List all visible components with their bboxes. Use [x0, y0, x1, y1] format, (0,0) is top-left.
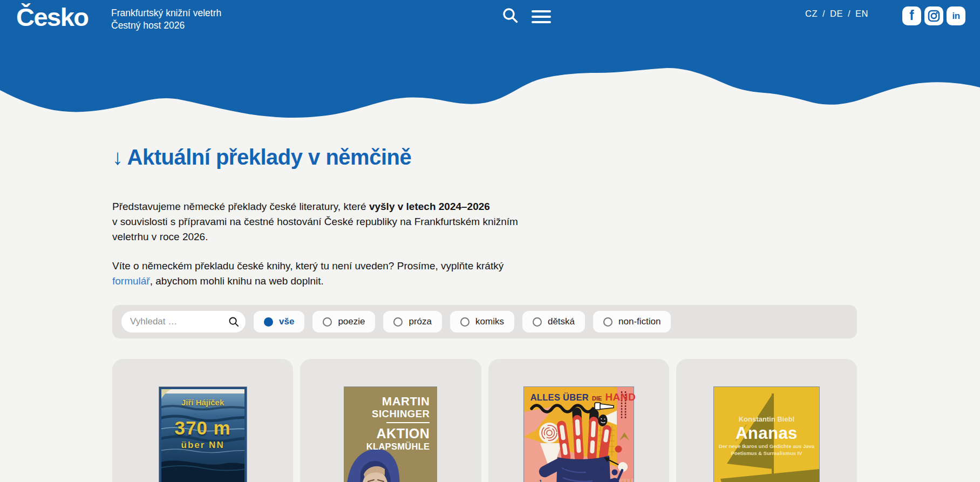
form-link[interactable]: formulář — [112, 275, 150, 287]
filter-option-komiks[interactable]: komiks — [450, 311, 514, 332]
book-cover: 1. 2. 3. 4. 5. ALLES ÜBER DIE HAND — [524, 387, 634, 482]
language-switcher: CZ / DE / EN — [805, 9, 868, 19]
search-input[interactable] — [130, 316, 228, 327]
down-arrow-icon: ↓ — [112, 145, 123, 169]
svg-text:1.: 1. — [539, 478, 543, 482]
page-title: ↓Aktuální překlady v němčině — [112, 143, 857, 171]
hand-illustration: 1. 2. 3. 4. 5. — [524, 387, 634, 482]
header: Česko Frankfurtský knižní veletrh Čestný… — [0, 0, 980, 64]
tagline: Frankfurtský knižní veletrh Čestný host … — [111, 7, 221, 32]
svg-text:3.: 3. — [576, 463, 581, 469]
book-cover: MARTIN SICHINGER AKTION KLAPSMÜHLE — [344, 387, 437, 482]
book-card-370m[interactable]: Jiří Hájíček 370 m über NN — [112, 359, 293, 482]
filter-option-nonfiction[interactable]: non-fiction — [593, 311, 671, 332]
intro-paragraph: Představujeme německé překlady české lit… — [112, 199, 539, 245]
book-cover: Jiří Hájíček 370 m über NN — [159, 387, 247, 482]
page-title-text: Aktuální překlady v němčině — [127, 145, 412, 169]
filter-option-poezie[interactable]: poezie — [312, 311, 375, 332]
filter-option-vse[interactable]: vše — [254, 311, 304, 332]
linkedin-icon[interactable]: in — [947, 6, 965, 25]
social-links: f in — [902, 6, 965, 25]
filter-bar: vše poezie próza komiks dětská non-ficti… — [112, 305, 857, 338]
filter-option-detska[interactable]: dětská — [522, 311, 585, 332]
main-content: ↓Aktuální překlady v němčině Představuje… — [112, 143, 857, 482]
svg-text:2.: 2. — [564, 464, 568, 470]
header-actions — [502, 7, 551, 25]
radio-selected-icon — [264, 317, 273, 327]
sailboat-illustration — [714, 387, 819, 482]
lang-separator: / — [848, 9, 850, 19]
search-submit-icon[interactable] — [228, 316, 240, 328]
lang-en[interactable]: EN — [855, 9, 868, 19]
hamburger-icon — [532, 10, 551, 13]
radio-icon — [393, 317, 403, 327]
search-icon — [502, 7, 519, 24]
logo[interactable]: Česko — [16, 2, 89, 32]
sea-illustration — [159, 387, 247, 482]
radio-icon — [603, 317, 612, 327]
book-card-klapsmuehle[interactable]: MARTIN SICHINGER AKTION KLAPSMÜHLE — [300, 359, 481, 482]
book-card-hand[interactable]: 1. 2. 3. 4. 5. ALLES ÜBER DIE HAND — [488, 359, 669, 482]
tagline-line1: Frankfurtský knižní veletrh — [111, 7, 221, 19]
svg-text:5.: 5. — [600, 465, 604, 471]
lang-cz[interactable]: CZ — [805, 9, 818, 19]
book-grid: Jiří Hájíček 370 m über NN — [112, 359, 857, 482]
radio-icon — [323, 317, 332, 327]
menu-button[interactable] — [532, 9, 551, 24]
intro-bold: vyšly v letech 2024–2026 — [369, 201, 490, 212]
svg-text:4.: 4. — [589, 463, 593, 469]
book-cover: Konstantin Biebl Ananas Der neue Ikaros … — [714, 387, 819, 482]
lang-de[interactable]: DE — [830, 9, 843, 19]
cta-paragraph: Víte o německém překladu české knihy, kt… — [112, 259, 539, 289]
lang-separator: / — [822, 9, 825, 19]
book-card-ananas[interactable]: Konstantin Biebl Ananas Der neue Ikaros … — [676, 359, 857, 482]
instagram-icon[interactable] — [924, 6, 943, 25]
radio-icon — [533, 317, 542, 327]
tagline-line2: Čestný host 2026 — [111, 19, 221, 32]
facebook-icon[interactable]: f — [902, 6, 921, 25]
radio-icon — [460, 317, 469, 327]
search-box — [121, 311, 246, 332]
header-wave — [0, 63, 980, 118]
filter-option-proza[interactable]: próza — [383, 311, 442, 332]
woman-portrait-illustration — [344, 387, 437, 482]
search-button[interactable] — [502, 7, 519, 25]
